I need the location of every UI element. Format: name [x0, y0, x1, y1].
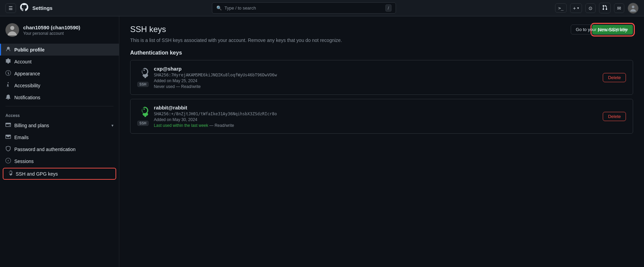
pr-icon: [602, 5, 608, 11]
github-logo: [20, 3, 28, 13]
key-icon-2: [137, 107, 148, 119]
sidebar-item-public-profile[interactable]: Public profile: [0, 44, 119, 56]
create-button[interactable]: + ▾: [570, 3, 582, 13]
broadcast-icon: [5, 158, 11, 164]
chevron-right-icon: ▾: [111, 123, 113, 128]
key-name-2: rabbit@rabbit: [154, 105, 598, 110]
topnav: ☰ Settings 🔍 Type / to search / >_ + ▾ ⊙: [0, 0, 644, 16]
sidebar-divider: [5, 106, 113, 106]
user-info: chan10590 (chan10590) Your personal acco…: [23, 25, 80, 36]
inbox-button[interactable]: ✉: [614, 3, 624, 13]
palette-icon: [5, 70, 11, 77]
sidebar-item-accessibility[interactable]: Accessibility: [0, 79, 119, 91]
account-label: Account: [14, 59, 32, 64]
main-layout: chan10590 (chan10590) Your personal acco…: [0, 16, 644, 267]
user-section: chan10590 (chan10590) Your personal acco…: [0, 23, 119, 44]
key-details-1: cxp@sharp SHA256:7HyrejAKAM5ME6kiJNQIKu8…: [154, 66, 598, 89]
key-usage-extra-2: — Read/write: [209, 123, 234, 128]
key-usage-2: Last used within the last week — Read/wr…: [154, 123, 598, 128]
sidebar: chan10590 (chan10590) Your personal acco…: [0, 16, 119, 267]
sidebar-item-sessions[interactable]: Sessions: [0, 155, 119, 167]
key-usage-1: Never used — Read/write: [154, 84, 598, 89]
delete-key-button-2[interactable]: Delete: [603, 112, 626, 121]
key-hash-2: SHA256:+/8nZjtJH01/tWfaIke31Ay36NqihsbX3…: [154, 112, 598, 116]
key-usage-text-1: Never used: [154, 84, 175, 89]
mail-icon: [5, 134, 11, 140]
plus-icon: +: [573, 5, 576, 11]
notifications-label: Notifications: [14, 95, 40, 100]
billing-row: Billing and plans ▾: [14, 123, 113, 128]
accessibility-label: Accessibility: [14, 83, 40, 88]
key-usage-text-2: Last used within the last week: [154, 123, 208, 128]
accessibility-icon: [5, 82, 11, 89]
key-icon-1: [137, 68, 148, 80]
key-name-1: cxp@sharp: [154, 66, 598, 72]
ssh-key-card-2: SSH rabbit@rabbit SHA256:+/8nZjtJH01/tWf…: [130, 99, 633, 134]
bell-icon: [5, 94, 11, 101]
main-content: Go to your personal profile SSH keys New…: [119, 16, 644, 267]
sessions-label: Sessions: [14, 159, 34, 164]
description-text: This is a list of SSH keys associated wi…: [130, 38, 633, 43]
sidebar-item-appearance[interactable]: Appearance: [0, 68, 119, 79]
key-icon-area-2: SSH: [137, 107, 149, 126]
search-placeholder: Type / to search: [225, 5, 256, 11]
shield-icon: [5, 146, 11, 152]
sidebar-item-notifications[interactable]: Notifications: [0, 91, 119, 103]
gear-icon: [5, 58, 11, 65]
search-shortcut-kbd: /: [385, 4, 392, 12]
page-title: SSH keys: [130, 25, 166, 34]
topnav-title: Settings: [32, 5, 52, 11]
ssh-gpg-label: SSH and GPG keys: [16, 171, 58, 177]
key-date-2: Added on May 30, 2024: [154, 117, 598, 122]
access-section-title: Access: [0, 109, 119, 119]
menu-icon: ☰: [9, 5, 13, 11]
ssh-badge-1: SSH: [137, 82, 149, 87]
sidebar-item-account[interactable]: Account: [0, 56, 119, 68]
key-usage-extra-1: — Read/write: [176, 84, 201, 89]
user-avatar-sidebar: [5, 23, 19, 37]
public-profile-label: Public profile: [14, 47, 45, 53]
password-label: Password and authentication: [14, 147, 76, 152]
sidebar-item-emails[interactable]: Emails: [0, 131, 119, 143]
credit-card-icon: [5, 122, 11, 129]
person-icon: [5, 46, 11, 53]
issues-icon: ⊙: [588, 5, 593, 11]
key-icon-area-1: SSH: [137, 68, 149, 87]
key-date-1: Added on May 25, 2024: [154, 78, 598, 83]
billing-label: Billing and plans: [14, 123, 49, 128]
auth-keys-section-title: Authentication keys: [130, 50, 633, 56]
sidebar-item-password[interactable]: Password and authentication: [0, 143, 119, 155]
account-type-label: Your personal account: [23, 31, 80, 36]
search-bar[interactable]: 🔍 Type / to search /: [212, 2, 396, 14]
inbox-icon: ✉: [617, 5, 621, 11]
appearance-label: Appearance: [14, 71, 40, 76]
key-hash-1: SHA256:7HyrejAKAM5ME6kiJNQIKu8loqfWyUs46…: [154, 73, 598, 77]
sidebar-item-ssh-gpg[interactable]: SSH and GPG keys: [3, 168, 116, 180]
user-avatar-topnav[interactable]: [628, 3, 639, 14]
issues-button[interactable]: ⊙: [585, 3, 596, 13]
menu-button[interactable]: ☰: [5, 3, 16, 13]
key-icon: [7, 170, 12, 177]
key-details-2: rabbit@rabbit SHA256:+/8nZjtJH01/tWfaIke…: [154, 105, 598, 128]
emails-label: Emails: [14, 135, 29, 140]
pullrequest-button[interactable]: [599, 3, 611, 13]
search-icon: 🔍: [216, 5, 222, 11]
username-label: chan10590 (chan10590): [23, 25, 80, 30]
goto-profile-button[interactable]: Go to your personal profile: [571, 25, 633, 34]
chevron-down-icon: ▾: [577, 6, 579, 10]
sidebar-item-billing[interactable]: Billing and plans ▾: [0, 119, 119, 131]
sidebar-navigation: Public profile Account Appearance: [0, 44, 119, 180]
terminal-icon: >_: [558, 5, 564, 11]
main-header: SSH keys New SSH key: [130, 25, 633, 35]
terminal-button[interactable]: >_: [555, 3, 567, 13]
delete-key-button-1[interactable]: Delete: [603, 73, 626, 82]
ssh-key-card: SSH cxp@sharp SHA256:7HyrejAKAM5ME6kiJNQ…: [130, 60, 633, 95]
ssh-badge-2: SSH: [137, 121, 149, 126]
